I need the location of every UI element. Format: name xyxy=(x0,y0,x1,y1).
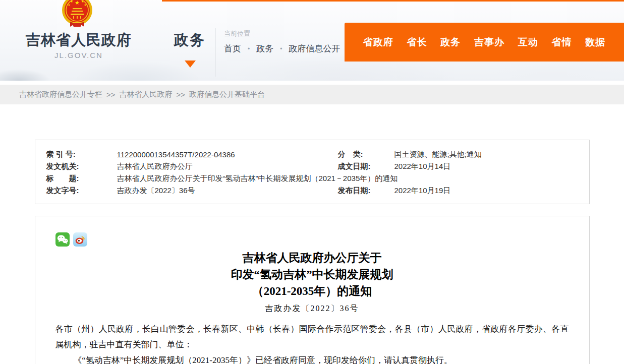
document-paragraph-notice: 《“氢动吉林”中长期发展规划（2021-2035年）》已经省政府同意，现印发给你… xyxy=(55,352,569,364)
meta-label-written-date: 成文日期: xyxy=(338,162,394,171)
breadcrumb-separator: • xyxy=(248,45,250,52)
breadcrumb-item-zhengwu[interactable]: 政务 xyxy=(256,43,273,54)
meta-value-written-date: 2022年10月14日 xyxy=(394,162,589,171)
subcrumb-separator: >> xyxy=(106,90,116,99)
breadcrumb-separator: • xyxy=(280,45,282,52)
meta-label-title: 标 题: xyxy=(46,174,117,184)
breadcrumb-item-gov-info[interactable]: 政府信息公开 xyxy=(289,43,340,54)
header-divider xyxy=(215,28,216,77)
svg-text:★: ★ xyxy=(84,4,86,7)
nav-item-data[interactable]: 数据 xyxy=(585,36,605,49)
subcrumb-platform[interactable]: 政府信息公开基础平台 xyxy=(189,90,265,99)
site-header: ★ ★ ★ ★ ★ 吉林省人民政府 JL.GOV.CN 政务 当前位置 xyxy=(0,0,624,81)
nav-item-provincial-gov[interactable]: 省政府 xyxy=(363,36,393,49)
nav-item-interaction[interactable]: 互动 xyxy=(518,36,538,49)
document-title-line-3: （2021-2035年）的通知 xyxy=(55,283,569,299)
document-title-line-2: 印发“氢动吉林”中长期发展规划 xyxy=(55,266,569,283)
share-icons-row xyxy=(55,232,569,247)
breadcrumb-caption: 当前位置 xyxy=(224,29,250,38)
meta-value-title: 吉林省人民政府办公厅关于印发“氢动吉林”中长期发展规划（2021－2035年）的… xyxy=(117,174,589,184)
meta-label-index-no: 索 引 号: xyxy=(46,150,117,159)
meta-value-doc-number: 吉政办发〔2022〕36号 xyxy=(117,186,338,196)
breadcrumb: 首页 • 政务 • 政府信息公开 xyxy=(224,43,340,54)
site-title[interactable]: 吉林省人民政府 xyxy=(15,30,142,50)
meta-row-title: 标 题: 吉林省人民政府办公厅关于印发“氢动吉林”中长期发展规划（2021－20… xyxy=(35,172,589,185)
meta-label-issuing-agency: 发文机关: xyxy=(46,162,117,171)
nav-item-jishiban[interactable]: 吉事办 xyxy=(474,36,504,49)
svg-text:★: ★ xyxy=(81,0,84,3)
document-content-panel: 吉林省人民政府办公厅关于 印发“氢动吉林”中长期发展规划 （2021-2035年… xyxy=(35,216,590,364)
svg-text:★: ★ xyxy=(75,0,80,6)
svg-text:★: ★ xyxy=(70,0,73,3)
document-title-line-1: 吉林省人民政府办公厅关于 xyxy=(55,250,569,266)
page: ★ ★ ★ ★ ★ 吉林省人民政府 JL.GOV.CN 政务 当前位置 xyxy=(0,0,624,364)
wechat-share-icon[interactable] xyxy=(55,232,70,247)
document-title: 吉林省人民政府办公厅关于 印发“氢动吉林”中长期发展规划 （2021-2035年… xyxy=(55,250,569,299)
meta-row-doc-number: 发文字号: 吉政办发〔2022〕36号 发布日期: 2022年10月19日 xyxy=(35,185,589,197)
site-domain: JL.GOV.CN xyxy=(15,51,142,59)
subcrumb-info-column[interactable]: 吉林省政府信息公开专栏 xyxy=(19,90,102,99)
meta-label-doc-number: 发文字号: xyxy=(46,186,117,196)
meta-row-issuer: 发文机关: 吉林省人民政府办公厅 成文日期: 2022年10月14日 xyxy=(35,160,589,172)
secondary-breadcrumb: 吉林省政府信息公开专栏 >> 吉林省人民政府 >> 政府信息公开基础平台 xyxy=(0,85,624,104)
top-accent-line xyxy=(162,0,624,2)
meta-value-category: 国土资源、能源;其他;通知 xyxy=(394,150,589,159)
meta-row-index: 索 引 号: 11220000013544357T/2022-04386 分 类… xyxy=(35,148,589,160)
document-meta-table: 索 引 号: 11220000013544357T/2022-04386 分 类… xyxy=(35,140,590,204)
nav-item-province-info[interactable]: 省情 xyxy=(552,36,572,49)
main-nav: 省政府 省长 政务 吉事办 互动 省情 数据 xyxy=(345,23,624,62)
nav-item-zhengwu[interactable]: 政务 xyxy=(440,36,461,49)
subcrumb-provincial-gov[interactable]: 吉林省人民政府 xyxy=(120,90,173,99)
breadcrumb-item-home[interactable]: 首页 xyxy=(224,43,241,54)
svg-text:★: ★ xyxy=(68,4,70,7)
chevron-down-icon[interactable] xyxy=(185,60,196,68)
document-body: 各市（州）人民政府，长白山管委会，长春新区、中韩（长春）国际合作示范区管委会，各… xyxy=(55,321,569,364)
meta-label-publish-date: 发布日期: xyxy=(338,186,394,196)
national-emblem-icon[interactable]: ★ ★ ★ ★ ★ xyxy=(61,0,93,28)
nav-item-governor[interactable]: 省长 xyxy=(407,36,427,49)
subcrumb-separator: >> xyxy=(177,90,186,99)
section-label: 政务 xyxy=(174,30,205,50)
meta-value-publish-date: 2022年10月19日 xyxy=(394,186,589,196)
meta-label-category: 分 类: xyxy=(338,150,394,159)
meta-value-issuing-agency: 吉林省人民政府办公厅 xyxy=(117,162,338,171)
document-number: 吉政办发〔2022〕36号 xyxy=(55,304,569,314)
weibo-share-icon[interactable] xyxy=(73,232,87,247)
document-paragraph-recipients: 各市（州）人民政府，长白山管委会，长春新区、中韩（长春）国际合作示范区管委会，各… xyxy=(55,321,569,352)
meta-value-index-no: 11220000013544357T/2022-04386 xyxy=(117,150,338,159)
